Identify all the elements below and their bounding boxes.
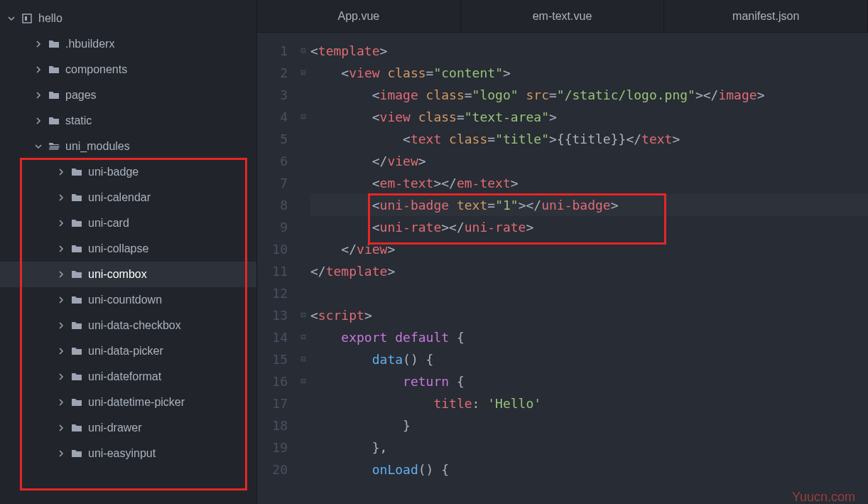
code-editor[interactable]: 1234567891011121314151617181920 ⊟⊟⊟⊟⊟⊟⊟ … [257, 33, 868, 504]
tree-item-uni-badge[interactable]: uni-badge [0, 159, 256, 185]
tree-item-uni-easyinput[interactable]: uni-easyinput [0, 441, 256, 466]
tree-item--hbuilderx[interactable]: .hbuilderx [0, 31, 256, 57]
line-number: 17 [257, 392, 288, 414]
tree-root[interactable]: hello [0, 6, 256, 31]
tree-item-uni-countdown[interactable]: uni-countdown [0, 287, 256, 313]
tree-item-uni-collapse[interactable]: uni-collapse [0, 236, 256, 262]
folder-icon [48, 64, 60, 75]
code-line[interactable]: export default { [310, 326, 868, 348]
tree-item-label: uni-data-picker [88, 345, 163, 358]
chevron-right-icon [55, 424, 67, 431]
line-number: 14 [257, 326, 288, 348]
folder-icon [48, 115, 60, 127]
chevron-right-icon [55, 245, 67, 252]
fold-minus-icon[interactable]: ⊟ [296, 304, 310, 326]
chevron-right-icon [33, 66, 44, 73]
code-line[interactable]: <script> [310, 304, 868, 326]
tree-item-uni-card[interactable]: uni-card [0, 210, 256, 236]
code-line[interactable]: </template> [310, 260, 868, 282]
line-number: 11 [257, 260, 288, 282]
file-explorer[interactable]: hello .hbuilderxcomponentspagesstaticuni… [0, 0, 257, 504]
tab-app-vue[interactable]: App.vue [257, 0, 461, 32]
tree-item-components[interactable]: components [0, 57, 256, 82]
chevron-right-icon [55, 322, 67, 329]
fold-minus-icon[interactable]: ⊟ [296, 62, 310, 84]
code-line[interactable]: </view> [310, 150, 868, 172]
tree-item-label: components [65, 63, 127, 76]
code-line[interactable]: <em-text></em-text> [310, 172, 868, 194]
code-line[interactable]: <view class="text-area"> [310, 106, 868, 128]
tree-item-uni-dateformat[interactable]: uni-dateformat [0, 364, 256, 390]
line-number: 3 [257, 84, 288, 106]
code-line[interactable]: <uni-badge text="1"></uni-badge> [310, 194, 868, 216]
fold-none [296, 84, 310, 106]
folder-icon [48, 141, 60, 152]
line-number: 12 [257, 282, 288, 304]
code-line[interactable]: <text class="title">{{title}}</text> [310, 128, 868, 150]
chevron-down-icon [33, 143, 44, 150]
fold-minus-icon[interactable]: ⊟ [296, 326, 310, 348]
line-number: 9 [257, 216, 288, 238]
tab-manifest-json[interactable]: manifest.json [664, 0, 868, 32]
chevron-right-icon [55, 348, 67, 355]
line-number: 16 [257, 370, 288, 392]
code-line[interactable]: return { [310, 370, 868, 392]
tree-item-pages[interactable]: pages [0, 82, 256, 108]
tree-item-uni-data-checkbox[interactable]: uni-data-checkbox [0, 313, 256, 338]
fold-minus-icon[interactable]: ⊟ [296, 370, 310, 392]
folder-icon [71, 320, 82, 331]
tab-em-text-vue[interactable]: em-text.vue [461, 0, 665, 32]
folder-icon [48, 90, 60, 101]
fold-minus-icon[interactable]: ⊟ [296, 348, 310, 370]
tree-item-label: uni-easyinput [88, 447, 156, 460]
code-line[interactable] [310, 282, 868, 304]
tree-item-static[interactable]: static [0, 108, 256, 134]
code-line[interactable]: </view> [310, 238, 868, 260]
chevron-right-icon [55, 399, 67, 406]
folder-icon [71, 397, 82, 408]
line-number: 13 [257, 304, 288, 326]
line-number: 15 [257, 348, 288, 370]
line-number: 6 [257, 150, 288, 172]
chevron-right-icon [33, 92, 44, 99]
code-line[interactable]: } [310, 414, 868, 436]
fold-minus-icon[interactable]: ⊟ [296, 106, 310, 128]
folder-icon [71, 422, 82, 434]
svg-rect-1 [25, 16, 27, 21]
tree-item-uni-datetime-picker[interactable]: uni-datetime-picker [0, 390, 256, 415]
code-line[interactable]: <image class="logo" src="/static/logo.pn… [310, 84, 868, 106]
chevron-down-icon [6, 15, 17, 22]
code-content[interactable]: <template> <view class="content"> <image… [310, 33, 868, 504]
tree-item-label: uni-datetime-picker [88, 396, 185, 409]
code-line[interactable]: onLoad() { [310, 459, 868, 481]
folder-icon [71, 269, 82, 280]
code-line[interactable]: }, [310, 436, 868, 459]
tree-item-label: uni-dateformat [88, 370, 161, 383]
code-line[interactable]: <view class="content"> [310, 62, 868, 84]
tree-item-uni-drawer[interactable]: uni-drawer [0, 415, 256, 441]
tree-item-label: uni-combox [88, 268, 147, 281]
tree-item-label: uni-collapse [88, 242, 148, 255]
line-number: 7 [257, 172, 288, 194]
tree-item-label: uni-data-checkbox [88, 319, 181, 332]
tree-item-label: uni-badge [88, 166, 139, 178]
fold-none [296, 150, 310, 172]
tree-item-uni-data-picker[interactable]: uni-data-picker [0, 338, 256, 364]
tree-item-label: uni_modules [65, 140, 130, 153]
tree-item-uni-combox[interactable]: uni-combox [0, 262, 256, 287]
tree-item-uni-calendar[interactable]: uni-calendar [0, 185, 256, 210]
code-line[interactable]: data() { [310, 348, 868, 370]
chevron-right-icon [55, 220, 67, 227]
tree-item-label: .hbuilderx [65, 38, 114, 50]
fold-none [296, 436, 310, 459]
chevron-right-icon [55, 450, 67, 457]
tree-item-uni-modules[interactable]: uni_modules [0, 134, 256, 159]
editor-tabs: App.vue em-text.vue manifest.json [257, 0, 868, 33]
code-line[interactable]: <uni-rate></uni-rate> [310, 216, 868, 238]
fold-none [296, 260, 310, 282]
code-line[interactable]: title: 'Hello' [310, 392, 868, 414]
code-line[interactable]: <template> [310, 40, 868, 62]
fold-none [296, 392, 310, 414]
fold-minus-icon[interactable]: ⊟ [296, 40, 310, 62]
chevron-right-icon [55, 373, 67, 380]
